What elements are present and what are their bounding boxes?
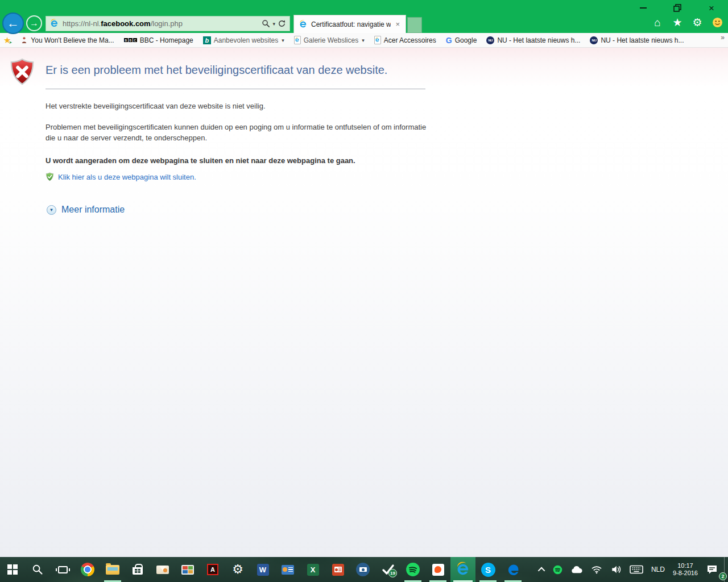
taskbar-file-explorer[interactable] <box>100 557 125 582</box>
tray-volume[interactable] <box>606 557 626 582</box>
minimize-icon <box>640 7 647 9</box>
bbc-icon: BBC <box>124 38 137 42</box>
bbc-block: B <box>124 38 128 42</box>
start-button[interactable] <box>0 557 25 582</box>
favorite-item-you-wont-believe[interactable]: You Won't Believe the Ma... <box>17 35 117 45</box>
tray-touch-keyboard[interactable] <box>626 557 647 582</box>
taskbar-camera[interactable] <box>350 557 375 582</box>
ie-page-icon <box>374 36 381 44</box>
taskbar-chrome[interactable] <box>75 557 100 582</box>
wifi-icon <box>591 564 602 575</box>
refresh-icon[interactable] <box>278 19 286 28</box>
tray-action-center[interactable]: 2 <box>702 557 724 582</box>
forward-button[interactable]: → <box>26 15 42 31</box>
taskbar-internet-explorer-active[interactable] <box>450 557 475 582</box>
spotify-tray-icon <box>553 565 562 575</box>
favorites-overflow-chevron[interactable]: » <box>721 34 725 41</box>
favorite-label: Google <box>455 36 477 44</box>
divider <box>46 89 425 89</box>
favorite-item-google[interactable]: G Google <box>442 35 481 46</box>
taskbar-search-button[interactable] <box>25 557 50 582</box>
add-to-favorites-button[interactable]: ★ ➤ <box>3 35 12 45</box>
expand-more-info-icon[interactable]: ▼ <box>47 205 56 215</box>
favorite-label: BBC - Homepage <box>140 36 193 44</box>
tray-clock[interactable]: 10:17 9-8-2016 <box>669 557 702 582</box>
chrome-icon <box>81 563 94 576</box>
mail-icon <box>156 566 169 574</box>
ie-mini <box>375 38 380 43</box>
search-caret-icon[interactable]: ▾ <box>272 21 275 27</box>
favorite-item-nu-1[interactable]: NU NU - Het laatste nieuws h... <box>483 35 584 45</box>
home-icon[interactable]: ⌂ <box>651 16 664 28</box>
tab-close-icon[interactable]: × <box>394 20 401 28</box>
taskbar-powerpoint-slide[interactable] <box>275 557 300 582</box>
dropdown-caret-icon[interactable]: ▾ <box>282 38 284 43</box>
restore-button[interactable] <box>669 2 686 14</box>
smiley-face <box>712 17 723 28</box>
taskbar-acrobat[interactable]: A <box>200 557 225 582</box>
skype-icon: S <box>481 563 495 577</box>
search-icon <box>32 564 43 575</box>
taskbar-orange-app[interactable] <box>425 557 450 582</box>
dropdown-caret-icon[interactable]: ▾ <box>362 38 365 43</box>
favorite-item-bbc[interactable]: BBC BBC - Homepage <box>121 35 197 45</box>
close-webpage-link[interactable]: Klik hier als u deze webpagina wilt slui… <box>58 173 196 181</box>
windows-store-icon <box>133 567 143 575</box>
favorite-label: You Won't Believe the Ma... <box>31 36 114 44</box>
browser-chrome: × ← → https://nl-nl.facebook.com/login.p… <box>0 0 728 33</box>
google-icon: G <box>446 36 452 45</box>
taskbar-mail[interactable] <box>150 557 175 582</box>
tray-spotify[interactable] <box>549 557 566 582</box>
tray-onedrive[interactable] <box>566 557 587 582</box>
address-bar-tools: ▾ <box>262 19 286 28</box>
back-button[interactable]: ← <box>2 13 24 34</box>
favorite-item-aanbevolen-websites[interactable]: b Aanbevolen websites ▾ <box>200 35 288 45</box>
favorite-label: Aanbevolen websites <box>214 36 278 44</box>
green-shield-check-icon <box>46 172 54 181</box>
feedback-smiley-icon[interactable] <box>711 16 723 28</box>
excel-icon: X <box>307 564 319 576</box>
favorite-item-acer-accessoires[interactable]: Acer Accessoires <box>371 35 440 45</box>
tab-title: Certificaatfout: navigatie w... <box>311 20 391 28</box>
favorite-label: Acer Accessoires <box>384 36 436 44</box>
taskbar-spotify[interactable] <box>400 557 425 582</box>
down-arrow: ▼ <box>49 207 54 213</box>
close-button[interactable]: × <box>703 2 720 14</box>
taskbar-powerpoint[interactable] <box>325 557 350 582</box>
taskbar-store[interactable] <box>125 557 150 582</box>
favorite-item-nu-2[interactable]: NU NU - Het laatste nieuws h... <box>586 35 687 45</box>
minimize-button[interactable] <box>635 2 652 14</box>
taskbar-word[interactable]: W <box>250 557 275 582</box>
word-icon: W <box>257 564 269 576</box>
red-shield-error-icon <box>9 58 35 86</box>
ie-favicon <box>49 19 59 28</box>
error-advice: U wordt aangeraden om deze webpagina te … <box>46 155 438 166</box>
url-prefix: https://nl-nl. <box>63 19 101 28</box>
favorite-label: Galerie Webslices <box>304 36 358 44</box>
browser-tab[interactable]: Certificaatfout: navigatie w... × <box>293 15 406 33</box>
address-bar[interactable]: https://nl-nl.facebook.com/login.php ▾ <box>46 16 290 31</box>
tray-language-indicator[interactable]: NLD <box>647 557 669 582</box>
taskbar-skype[interactable]: S <box>475 557 500 582</box>
more-info-link[interactable]: Meer informatie <box>61 205 125 215</box>
favorite-label: NU - Het laatste nieuws h... <box>601 36 684 44</box>
tray-show-hidden-icons[interactable] <box>536 557 549 582</box>
task-view-button[interactable] <box>50 557 75 582</box>
taskbar-excel[interactable]: X <box>300 557 325 582</box>
todo-check-icon: 19 <box>381 563 395 576</box>
settings-gear-icon[interactable]: ⚙ <box>691 16 704 28</box>
chrome-toolbar: ⌂ ★ ⚙ <box>651 16 723 28</box>
new-tab-button[interactable] <box>407 17 422 33</box>
taskbar-todo[interactable]: 19 <box>375 557 400 582</box>
tray-network[interactable] <box>587 557 606 582</box>
taskbar-settings[interactable]: ⚙ <box>225 557 250 582</box>
more-info-row: ▼ Meer informatie <box>47 205 125 215</box>
slide-shape <box>334 567 342 572</box>
powerpoint-slide-icon <box>282 565 294 575</box>
taskbar-photos[interactable] <box>175 557 200 582</box>
taskbar-edge[interactable] <box>500 557 526 582</box>
favorite-item-galerie-webslices[interactable]: Galerie Webslices ▾ <box>291 35 368 45</box>
search-icon[interactable] <box>262 19 270 28</box>
add-favorite-arrow-icon: ➤ <box>9 40 12 45</box>
favorites-star-icon[interactable]: ★ <box>671 16 684 28</box>
